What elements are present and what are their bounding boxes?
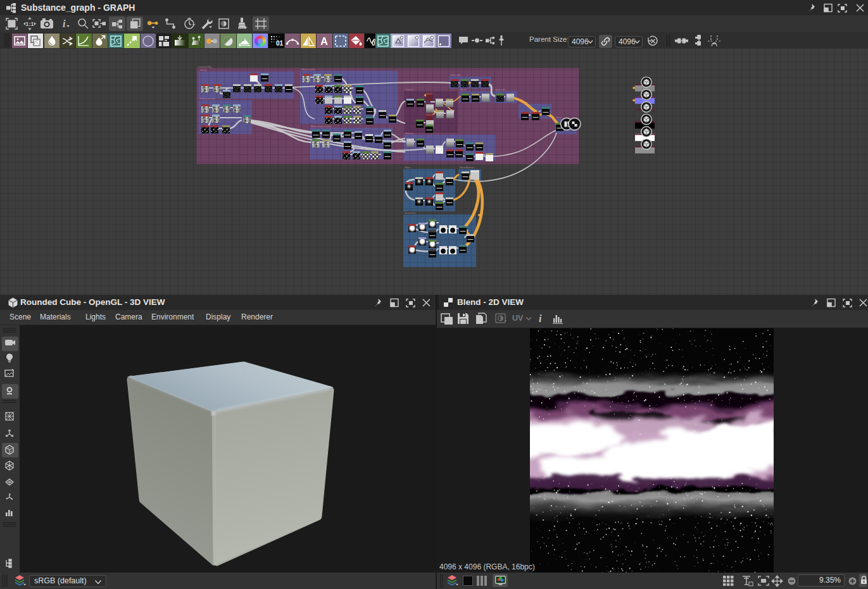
svg-text:Moon levels: Moon levels: [301, 68, 315, 71]
svg-text:Moon map factory: Moon map factory: [311, 125, 331, 128]
svg-text:Surface: Surface: [405, 132, 415, 135]
svg-text:Craters: Craters: [405, 88, 413, 91]
svg-text:Stars: Stars: [405, 166, 410, 169]
svg-text:Mixer: Mixer: [460, 88, 467, 91]
svg-text:i: i: [539, 313, 542, 324]
svg-text:Camera Rig: Camera Rig: [198, 65, 211, 68]
svg-text:dark side: dark side: [495, 88, 506, 91]
svg-text:Vulcan terrain: Vulcan terrain: [200, 97, 216, 100]
svg-text:Scratches: Scratches: [405, 211, 416, 214]
svg-text:NoiseBumps: NoiseBumps: [460, 166, 474, 169]
svg-text:Final: Final: [556, 116, 562, 119]
svg-text:Venus: Venus: [200, 68, 207, 71]
svg-text:Dark side: Dark side: [450, 73, 462, 77]
